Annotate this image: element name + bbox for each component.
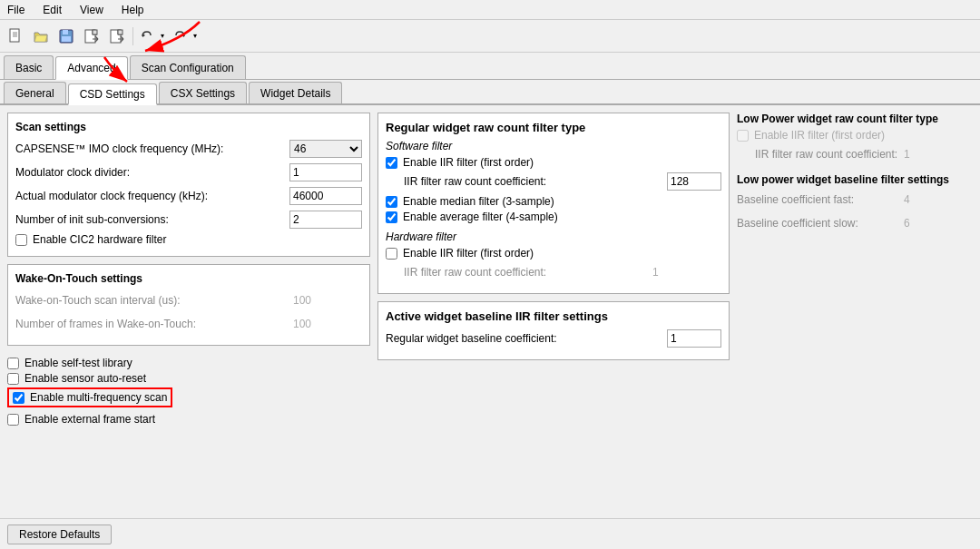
hw-iir-checkbox[interactable] [386, 248, 397, 260]
sw-average-row: Enable average filter (4-sample) [386, 211, 721, 223]
undo-dropdown-button[interactable]: ▾ [157, 25, 168, 48]
sw-iir-row: Enable IIR filter (first order) [386, 156, 721, 169]
init-subconv-row: Number of init sub-conversions: [15, 210, 362, 230]
sub-tabs: General CSD Settings CSX Settings Widget… [0, 80, 980, 105]
left-panel: Scan settings CAPSENSE™ IMO clock freque… [7, 113, 370, 511]
redo-dropdown-button[interactable]: ▾ [190, 25, 201, 48]
svg-rect-10 [118, 30, 122, 34]
modulator-divider-row: Modulator clock divider: [15, 162, 362, 182]
sw-median-checkbox[interactable] [386, 196, 397, 208]
export1-button[interactable] [80, 25, 103, 48]
hardware-filter-subsection: Hardware filter Enable IIR filter (first… [386, 230, 721, 282]
actual-freq-input[interactable] [289, 187, 362, 205]
multi-frequency-row: Enable multi-frequency scan [7, 387, 172, 407]
svg-rect-6 [62, 36, 71, 42]
external-frame-checkbox[interactable] [7, 414, 19, 426]
software-filter-title: Software filter [386, 140, 721, 152]
baseline-slow-value: 6 [900, 217, 973, 230]
svg-rect-0 [10, 29, 19, 42]
hw-iir-coeff-value: 1 [649, 266, 721, 279]
sw-iir-coeff-label: IIR filter raw count coefficient: [404, 175, 667, 188]
tab-basic[interactable]: Basic [4, 55, 54, 79]
cic2-checkbox[interactable] [15, 234, 27, 246]
svg-marker-12 [181, 34, 184, 37]
regular-widget-section: Regular widget raw count filter type Sof… [377, 113, 730, 294]
wot-interval-row: Wake-on-Touch scan interval (us): 100 [15, 290, 362, 310]
actual-freq-row: Actual modulator clock frequency (kHz): [15, 186, 362, 206]
active-baseline-section: Active widget baseline IIR filter settin… [377, 301, 730, 360]
tab-csd-settings[interactable]: CSD Settings [68, 83, 157, 105]
middle-panel: Regular widget raw count filter type Sof… [370, 113, 737, 511]
baseline-fast-row: Baseline coefficient fast: 4 [737, 190, 973, 210]
tab-scan-configuration[interactable]: Scan Configuration [130, 55, 246, 79]
undo-button[interactable] [137, 25, 157, 48]
baseline-slow-label: Baseline coefficient slow: [737, 217, 900, 230]
menu-edit[interactable]: Edit [39, 4, 65, 16]
wot-interval-label: Wake-on-Touch scan interval (us): [15, 294, 289, 307]
imo-clock-select[interactable]: 46 48 24 [289, 140, 362, 158]
active-baseline-title: Active widget baseline IIR filter settin… [386, 309, 721, 323]
tab-general[interactable]: General [4, 82, 66, 103]
baseline-coeff-input[interactable] [667, 329, 721, 348]
modulator-divider-label: Modulator clock divider: [15, 166, 289, 179]
svg-rect-5 [63, 30, 68, 34]
baseline-fast-label: Baseline coefficient fast: [737, 193, 900, 206]
menu-file[interactable]: File [4, 4, 28, 16]
baseline-coeff-row: Regular widget baseline coefficient: [386, 328, 721, 348]
init-subconv-input[interactable] [289, 211, 362, 229]
regular-widget-title: Regular widget raw count filter type [386, 121, 721, 134]
hw-iir-coeff-row: IIR filter raw count coefficient: 1 [404, 262, 721, 282]
lp-iir-row: Enable IIR filter (first order) [737, 129, 973, 142]
menu-help[interactable]: Help [118, 4, 148, 16]
multi-frequency-checkbox[interactable] [13, 392, 24, 404]
scan-settings-section: Scan settings CAPSENSE™ IMO clock freque… [7, 113, 370, 257]
sw-iir-coeff-row: IIR filter raw count coefficient: [404, 172, 721, 191]
lp-iir-coeff-value: 1 [900, 148, 973, 161]
low-power-baseline-section: Low power widget baseline filter setting… [737, 173, 973, 233]
menubar: File Edit View Help [0, 0, 980, 20]
wot-frames-label: Number of frames in Wake-on-Touch: [15, 318, 289, 330]
export2-button[interactable] [105, 25, 129, 48]
multi-frequency-wrapper: Enable multi-frequency scan [7, 387, 370, 410]
software-filter-subsection: Software filter Enable IIR filter (first… [386, 140, 721, 223]
wot-frames-value: 100 [289, 318, 362, 330]
sw-average-checkbox[interactable] [386, 211, 397, 223]
menu-view[interactable]: View [76, 4, 107, 16]
lp-iir-coeff-label: IIR filter raw count coefficient: [755, 148, 900, 161]
bottom-bar: Restore Defaults [0, 518, 980, 549]
sw-iir-coeff-input[interactable] [667, 172, 721, 191]
low-power-filter-title: Low Power widget raw count filter type [737, 113, 973, 125]
toolbar: ▾ ▾ [0, 20, 980, 53]
sensor-auto-reset-checkbox[interactable] [7, 373, 19, 385]
toolbar-separator [132, 27, 133, 45]
redo-button[interactable] [170, 25, 190, 48]
low-power-filter-section: Low Power widget raw count filter type E… [737, 113, 973, 164]
wot-frames-row: Number of frames in Wake-on-Touch: 100 [15, 314, 362, 334]
tab-widget-details[interactable]: Widget Details [249, 82, 342, 103]
bottom-checkboxes-section: Enable self-test library Enable sensor a… [7, 353, 370, 432]
open-button[interactable] [29, 25, 53, 48]
right-panel: Low Power widget raw count filter type E… [737, 113, 973, 511]
sw-median-row: Enable median filter (3-sample) [386, 195, 721, 208]
save-button[interactable] [54, 25, 78, 48]
baseline-coeff-label: Regular widget baseline coefficient: [386, 332, 667, 345]
wake-on-touch-title: Wake-On-Touch settings [15, 272, 362, 285]
baseline-slow-row: Baseline coefficient slow: 6 [737, 213, 973, 233]
restore-defaults-button[interactable]: Restore Defaults [7, 524, 112, 544]
tab-csx-settings[interactable]: CSX Settings [159, 82, 247, 103]
self-test-checkbox[interactable] [7, 358, 19, 369]
wake-on-touch-section: Wake-On-Touch settings Wake-on-Touch sca… [7, 264, 370, 346]
main-content: Scan settings CAPSENSE™ IMO clock freque… [0, 105, 980, 518]
tab-advanced[interactable]: Advanced [55, 56, 127, 80]
actual-freq-label: Actual modulator clock frequency (kHz): [15, 190, 289, 202]
sw-iir-checkbox[interactable] [386, 157, 397, 169]
hw-iir-row: Enable IIR filter (first order) [386, 247, 721, 260]
new-button[interactable] [4, 25, 27, 48]
hw-iir-coeff-label: IIR filter raw count coefficient: [404, 266, 649, 279]
svg-marker-11 [142, 34, 145, 37]
lp-iir-coeff-row: IIR filter raw count coefficient: 1 [755, 144, 973, 164]
modulator-divider-input[interactable] [289, 163, 362, 181]
lp-iir-checkbox[interactable] [737, 130, 749, 142]
redo-group: ▾ [170, 25, 201, 48]
baseline-fast-value: 4 [900, 193, 973, 206]
